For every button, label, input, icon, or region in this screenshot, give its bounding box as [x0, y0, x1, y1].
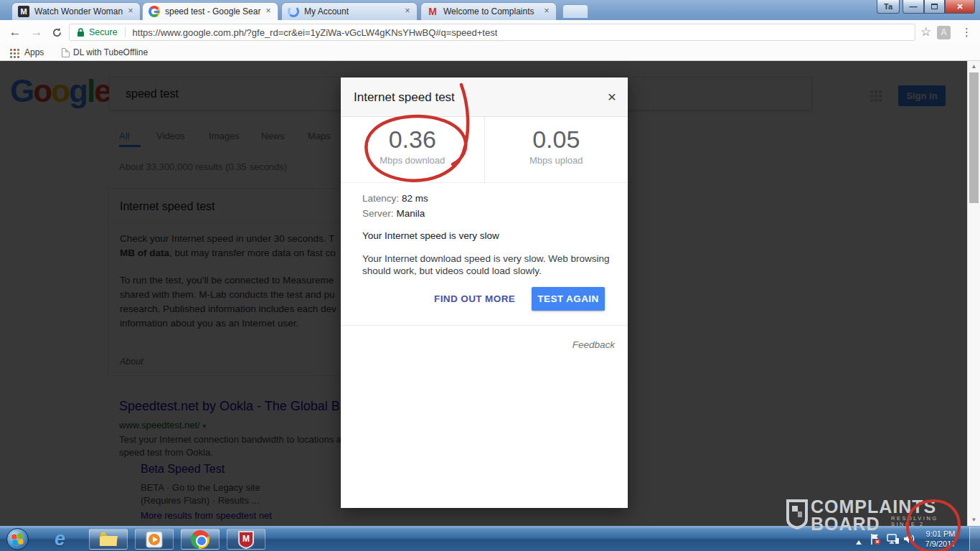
browser-tab-4[interactable]: M Welcome to Complaints ×: [420, 2, 557, 20]
volume-icon[interactable]: [903, 533, 915, 545]
watermark-tagline: RESOLVING SINCE 2: [891, 516, 938, 527]
media-player-icon: [146, 531, 163, 548]
upload-label: Mbps upload: [485, 155, 628, 166]
forward-button[interactable]: →: [27, 23, 46, 42]
dialog-close-icon[interactable]: ×: [608, 89, 616, 105]
close-window-button[interactable]: ✕: [945, 0, 975, 14]
feedback-link[interactable]: Feedback: [573, 339, 615, 350]
maximize-button[interactable]: [924, 0, 945, 14]
windows-flag-icon: [11, 533, 24, 546]
apps-grid-icon: [10, 49, 12, 51]
dialog-header: Internet speed test ×: [341, 77, 628, 117]
show-desktop-button[interactable]: [969, 527, 980, 551]
start-button[interactable]: [6, 528, 29, 550]
network-icon[interactable]: [887, 533, 900, 545]
clock-date: 7/9/2017: [918, 539, 963, 549]
download-label: Mbps download: [341, 155, 484, 166]
google-g-icon: [149, 6, 160, 17]
latency-row: Latency:82 ms: [362, 193, 428, 204]
minimize-button[interactable]: —: [903, 0, 924, 14]
page-icon: [62, 48, 70, 57]
divider: [341, 325, 628, 326]
dialog-title: Internet speed test: [354, 90, 455, 105]
tab-title: Welcome to Complaints: [443, 6, 542, 17]
chrome-icon: [191, 530, 209, 549]
chrome-menu-icon[interactable]: ⋮: [961, 23, 972, 42]
find-out-more-button[interactable]: FIND OUT MORE: [434, 293, 515, 304]
mcafee-button[interactable]: M: [227, 529, 265, 550]
bookmark-item[interactable]: DL with TubeOffline: [73, 47, 148, 57]
tab-close-icon[interactable]: ×: [263, 6, 273, 17]
complaintsboard-shield-icon: [786, 499, 808, 529]
screen: M Watch Wonder Woman ( × speed test - Go…: [0, 0, 980, 551]
scrollbar-thumb[interactable]: [969, 72, 979, 203]
server-row: Server:Manila: [362, 208, 425, 219]
back-button[interactable]: ←: [6, 23, 24, 42]
browser-tab-2-active[interactable]: speed test - Google Sear ×: [142, 2, 278, 20]
test-again-button[interactable]: TEST AGAIN: [532, 287, 605, 311]
reload-button[interactable]: [47, 23, 66, 42]
browser-toolbar: ← → Secure https://www.google.com.ph/?gf…: [0, 20, 980, 44]
svg-text:M: M: [242, 534, 250, 544]
media-player-button[interactable]: [135, 529, 174, 550]
browser-tab-3[interactable]: My Account ×: [281, 2, 418, 20]
maximize-icon: [931, 4, 938, 9]
speed-verdict: Your Internet speed is very slow: [362, 230, 499, 241]
new-tab-button[interactable]: [562, 4, 588, 18]
tab-title: speed test - Google Sear: [165, 6, 263, 17]
gmail-m-icon: M: [427, 6, 438, 17]
tab-title: Watch Wonder Woman (: [34, 6, 126, 17]
tab-close-icon[interactable]: ×: [126, 6, 136, 17]
folder-icon: [99, 532, 118, 547]
taskbar-helper-button[interactable]: Ta: [877, 0, 900, 14]
secure-lock-icon: [77, 28, 85, 37]
browser-tab-1[interactable]: M Watch Wonder Woman ( ×: [11, 2, 141, 20]
omnibox-divider: [125, 27, 126, 37]
file-explorer-button[interactable]: [89, 529, 128, 550]
bookmark-star-icon[interactable]: ☆: [920, 23, 931, 42]
apps-shortcut[interactable]: Apps: [24, 47, 44, 57]
mcafee-shield-icon: M: [237, 530, 255, 549]
extension-icon[interactable]: A: [937, 26, 951, 39]
upload-value: 0.05: [485, 126, 628, 154]
url-text[interactable]: https://www.google.com.ph/?gfe_rd=cr&ei=…: [133, 27, 498, 38]
internet-speed-test-dialog: Internet speed test × 0.36 Mbps download…: [341, 77, 628, 508]
secure-label: Secure: [89, 27, 118, 37]
tab-title: My Account: [304, 6, 402, 17]
page-scrollbar[interactable]: ▲ ▼: [967, 61, 980, 526]
reload-icon: [52, 27, 62, 38]
download-value: 0.36: [341, 126, 484, 154]
chrome-taskbar-button[interactable]: [181, 529, 220, 550]
speed-detail: Your Internet download speed is very slo…: [362, 253, 610, 277]
scroll-down-icon[interactable]: ▼: [968, 514, 980, 526]
tab-close-icon[interactable]: ×: [402, 6, 413, 17]
speed-results-row: 0.36 Mbps download 0.05 Mbps upload: [341, 117, 628, 183]
scroll-up-icon[interactable]: ▲: [968, 61, 980, 72]
browser-titlebar: M Watch Wonder Woman ( × speed test - Go…: [0, 0, 980, 20]
address-bar[interactable]: Secure https://www.google.com.ph/?gfe_rd…: [69, 24, 915, 41]
internet-explorer-icon[interactable]: e: [55, 528, 65, 550]
tab-close-icon[interactable]: ×: [542, 6, 552, 17]
action-center-flag-icon[interactable]: [869, 533, 881, 545]
page-content: Google speed test All Videos Images News…: [0, 61, 980, 526]
show-hidden-icons[interactable]: [856, 537, 862, 545]
upload-result: 0.05 Mbps upload: [484, 117, 628, 182]
site-m-icon: M: [18, 6, 29, 17]
bookmarks-bar: Apps DL with TubeOffline: [0, 44, 980, 61]
loading-spinner-icon: [288, 6, 299, 17]
download-result: 0.36 Mbps download: [341, 117, 484, 182]
